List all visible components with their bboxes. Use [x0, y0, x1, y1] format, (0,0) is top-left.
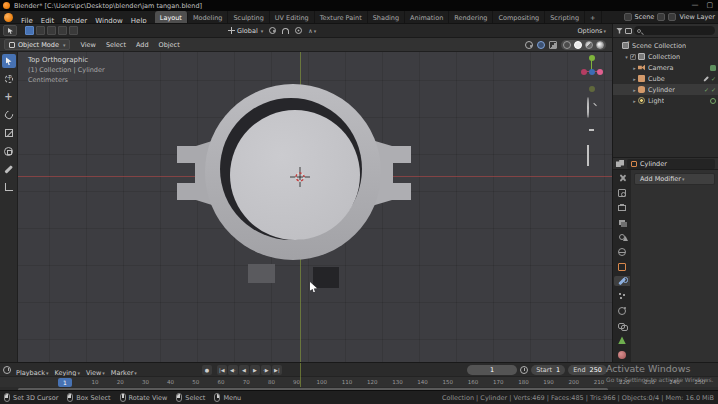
- playback-sync-icon[interactable]: [520, 366, 528, 374]
- minimize-button[interactable]: —: [691, 1, 698, 10]
- properties-tab-constraints[interactable]: [614, 321, 630, 331]
- annotate-tool[interactable]: [2, 162, 16, 176]
- workspace-tab-texture-paint[interactable]: Texture Paint: [315, 11, 368, 24]
- properties-tab-object[interactable]: [614, 262, 630, 272]
- scale-tool[interactable]: [2, 126, 16, 140]
- shading-material-icon[interactable]: [585, 41, 593, 49]
- menu-render[interactable]: Render: [58, 17, 91, 25]
- rotate-tool[interactable]: [2, 108, 16, 122]
- outliner-item-light[interactable]: ▸Light: [613, 95, 718, 106]
- pivot-point-dropdown[interactable]: [269, 27, 276, 34]
- shading-wireframe-icon[interactable]: [563, 41, 571, 49]
- jump-start-button[interactable]: |◀: [217, 365, 227, 375]
- properties-tab-data[interactable]: [614, 336, 630, 346]
- snap-magnet-toggle[interactable]: [282, 28, 289, 34]
- light-toggle-icon[interactable]: [710, 98, 716, 104]
- select-tool[interactable]: [2, 54, 16, 68]
- current-frame-field[interactable]: 1: [467, 365, 517, 375]
- select-mode-option-icon[interactable]: [25, 26, 34, 35]
- viewport-visibility-icon[interactable]: ✓: [704, 86, 709, 93]
- editor-type-clock-icon[interactable]: [3, 366, 11, 374]
- options-dropdown[interactable]: Options: [577, 27, 606, 35]
- select-mode-option-icon[interactable]: [69, 26, 78, 35]
- properties-tab-viewlayer[interactable]: [614, 217, 630, 227]
- menu-edit[interactable]: Edit: [37, 17, 59, 25]
- viewport-3d[interactable]: Top Orthographic (1) Collection | Cylind…: [18, 52, 612, 362]
- outliner-search-input[interactable]: [634, 26, 715, 35]
- outliner-item-collection[interactable]: ▾Collection: [613, 51, 718, 62]
- properties-tab-render[interactable]: [614, 188, 630, 198]
- view-layer-icon[interactable]: [668, 13, 676, 21]
- xray-toggle-icon[interactable]: [549, 41, 557, 49]
- navigation-gizmo[interactable]: [582, 56, 602, 92]
- shading-solid-icon[interactable]: [574, 41, 582, 49]
- scene-selector[interactable]: Scene: [635, 13, 655, 21]
- axis-x-handle[interactable]: [597, 69, 603, 75]
- blender-menu-icon[interactable]: [4, 13, 13, 22]
- view-layer-selector[interactable]: View Layer: [679, 13, 715, 21]
- axis-x-neg-handle[interactable]: [581, 69, 587, 75]
- proportional-editing-toggle[interactable]: [295, 27, 302, 34]
- measure-tool[interactable]: [2, 180, 16, 194]
- workspace-tab-sculpting[interactable]: Sculpting: [228, 11, 269, 24]
- proportional-falloff-dropdown[interactable]: ∧: [308, 27, 316, 34]
- workspace-tab-uv-editing[interactable]: UV Editing: [270, 11, 315, 24]
- render-visibility-icon[interactable]: ✓: [711, 86, 716, 93]
- properties-tab-tool[interactable]: [614, 173, 630, 183]
- viewport-menu-object[interactable]: Object: [155, 41, 184, 49]
- collection-checkbox[interactable]: [630, 54, 636, 60]
- expander-icon[interactable]: ▸: [631, 87, 638, 93]
- filter-icon[interactable]: [616, 28, 623, 34]
- menu-window[interactable]: Window: [91, 17, 127, 25]
- expander-icon[interactable]: ▸: [631, 98, 638, 104]
- workspace-tab-+[interactable]: +: [585, 11, 601, 24]
- workspace-tab-modeling[interactable]: Modeling: [188, 11, 229, 24]
- properties-tab-material[interactable]: [614, 350, 630, 360]
- frame-start-field[interactable]: Start1: [531, 365, 565, 375]
- new-scene-icon[interactable]: [657, 13, 665, 21]
- play-reverse-button[interactable]: ◀: [239, 365, 249, 375]
- axis-z-handle[interactable]: [589, 69, 595, 75]
- workspace-tab-rendering[interactable]: Rendering: [449, 11, 493, 24]
- transform-orientation-dropdown[interactable]: Global: [228, 27, 263, 35]
- scene-icon[interactable]: [624, 13, 632, 21]
- menu-help[interactable]: Help: [127, 17, 151, 25]
- shading-rendered-icon[interactable]: [596, 41, 604, 49]
- workspace-tab-compositing[interactable]: Compositing: [493, 11, 545, 24]
- properties-tab-world[interactable]: [614, 247, 630, 257]
- record-button[interactable]: ●: [202, 365, 212, 375]
- workspace-tab-animation[interactable]: Animation: [405, 11, 449, 24]
- play-button[interactable]: ▶: [250, 365, 260, 375]
- edit-icon[interactable]: [703, 76, 708, 81]
- viewport-menu-select[interactable]: Select: [102, 41, 130, 49]
- outliner-item-camera[interactable]: ▸Camera: [613, 62, 718, 73]
- workspace-tab-scripting[interactable]: Scripting: [545, 11, 585, 24]
- next-keyframe-button[interactable]: ·▶: [261, 365, 271, 375]
- outliner-item-cube[interactable]: ▸Cube✓: [613, 73, 718, 84]
- expander-icon[interactable]: ▸: [631, 65, 638, 71]
- mode-selector[interactable]: Object Mode: [4, 39, 70, 50]
- current-frame-indicator[interactable]: 1: [58, 378, 72, 387]
- viewport-visibility-icon[interactable]: ✓: [711, 75, 716, 82]
- watch-model[interactable]: [18, 52, 612, 362]
- expander-icon[interactable]: ▸: [631, 76, 638, 82]
- axis-y-neg-handle[interactable]: [589, 86, 595, 92]
- workspace-tab-shading[interactable]: Shading: [368, 11, 405, 24]
- render-visibility-icon[interactable]: [710, 65, 716, 71]
- overlays-toggle-icon[interactable]: [537, 41, 545, 49]
- select-mode-option-icon[interactable]: [58, 26, 67, 35]
- menu-file[interactable]: File: [17, 17, 37, 25]
- properties-tab-modifiers[interactable]: [614, 276, 630, 286]
- axis-y-handle[interactable]: [589, 55, 595, 61]
- timeline-ruler[interactable]: 1 10203040506070809010011012013014015016…: [0, 376, 718, 387]
- workspace-tab-layout[interactable]: Layout: [155, 11, 188, 24]
- cursor-tool[interactable]: [2, 72, 16, 86]
- select-mode-option-icon[interactable]: [36, 26, 45, 35]
- transform-tool[interactable]: [2, 144, 16, 158]
- viewport-menu-add[interactable]: Add: [132, 41, 153, 49]
- outliner-item-cylinder[interactable]: ▸Cylinder✓✓: [613, 84, 718, 95]
- select-mode-option-icon[interactable]: [47, 26, 56, 35]
- add-modifier-button[interactable]: Add Modifier: [634, 173, 715, 185]
- new-collection-icon[interactable]: [625, 28, 632, 34]
- prev-keyframe-button[interactable]: ◀·: [228, 365, 238, 375]
